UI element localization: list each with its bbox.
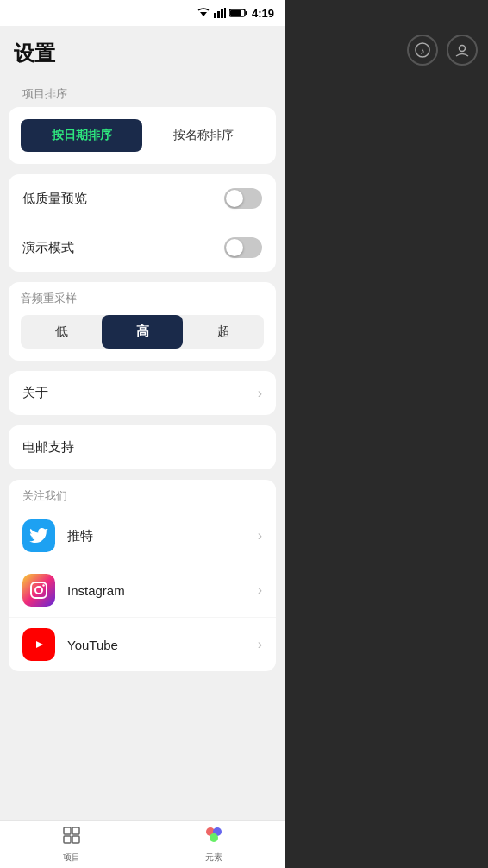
svg-point-19 — [210, 833, 218, 842]
page-title: 设置 — [14, 40, 271, 67]
svg-rect-7 — [230, 10, 241, 16]
wifi-icon — [197, 8, 210, 18]
page-title-bar: 设置 — [0, 26, 285, 78]
demo-mode-label: 演示模式 — [22, 240, 74, 256]
audio-btn-ultra[interactable]: 超 — [183, 315, 264, 349]
svg-rect-4 — [224, 8, 226, 18]
battery-icon — [229, 8, 248, 18]
svg-rect-13 — [64, 827, 71, 834]
right-top-icons: ♪ — [285, 26, 488, 74]
about-chevron-icon: › — [258, 386, 262, 401]
right-top-icon-2[interactable] — [447, 35, 478, 66]
low-quality-toggle[interactable] — [224, 188, 262, 209]
about-label: 关于 — [22, 385, 48, 401]
right-top-icon-1[interactable]: ♪ — [407, 35, 438, 66]
twitter-row[interactable]: 推特 › — [9, 509, 276, 563]
instagram-row[interactable]: Instagram › — [9, 563, 276, 618]
sort-by-date-button[interactable]: 按日期排序 — [21, 119, 142, 152]
about-row[interactable]: 关于 › — [9, 371, 276, 415]
email-label: 电邮支持 — [22, 439, 74, 456]
low-quality-label: 低质量预览 — [22, 191, 87, 207]
demo-mode-row: 演示模式 — [9, 223, 276, 272]
low-quality-row: 低质量预览 — [9, 174, 276, 223]
right-main-content — [285, 74, 488, 868]
audio-btn-high[interactable]: 高 — [102, 315, 183, 349]
bottom-nav: 项目 元素 — [0, 820, 285, 868]
signal-icon — [214, 8, 226, 18]
nav-label-projects: 项目 — [63, 852, 80, 864]
instagram-chevron-icon: › — [258, 582, 262, 598]
audio-card: 音频重采样 低 高 超 — [9, 282, 276, 361]
twitter-bird-icon — [29, 528, 48, 544]
sort-buttons-container: 按日期排序 按名称排序 — [9, 107, 276, 164]
svg-marker-0 — [200, 12, 207, 16]
sort-card: 按日期排序 按名称排序 — [9, 107, 276, 164]
settings-panel: 4:19 设置 项目排序 按日期排序 按名称排序 低质量预览 演示模式 音频重采… — [0, 0, 285, 868]
about-card: 关于 › — [9, 371, 276, 415]
status-icons: 4:19 — [197, 7, 274, 20]
audio-section-label: 音频重采样 — [21, 291, 264, 306]
svg-rect-1 — [214, 13, 216, 18]
elements-icon — [204, 826, 223, 845]
svg-point-22 — [460, 46, 466, 52]
email-card: 电邮支持 — [9, 425, 276, 469]
sort-section-label: 项目排序 — [9, 78, 276, 107]
nav-item-projects[interactable]: 项目 — [0, 821, 142, 868]
projects-nav-icon — [62, 826, 81, 849]
svg-rect-6 — [245, 11, 247, 15]
twitter-label: 推特 — [67, 528, 258, 544]
youtube-label: YouTube — [67, 638, 258, 652]
right-status-bar — [285, 0, 488, 26]
audio-buttons-container: 低 高 超 — [21, 315, 264, 349]
toggle-card: 低质量预览 演示模式 — [9, 174, 276, 272]
svg-rect-15 — [64, 836, 71, 843]
status-bar: 4:19 — [0, 0, 285, 26]
follow-section-label: 关注我们 — [9, 480, 276, 509]
youtube-icon — [22, 628, 55, 661]
notification-icon: ♪ — [415, 42, 430, 58]
email-row[interactable]: 电邮支持 — [9, 425, 276, 469]
instagram-camera-icon — [29, 581, 48, 600]
status-time: 4:19 — [252, 7, 274, 20]
instagram-icon — [22, 574, 55, 607]
profile-icon — [454, 42, 470, 58]
svg-rect-3 — [221, 9, 223, 18]
elements-nav-icon — [204, 826, 223, 849]
follow-card: 关注我们 推特 › Instagram › — [9, 480, 276, 671]
nav-item-elements[interactable]: 元素 — [142, 821, 285, 868]
svg-rect-14 — [72, 827, 79, 834]
audio-section: 音频重采样 低 高 超 — [9, 282, 276, 361]
instagram-label: Instagram — [67, 583, 258, 598]
svg-text:♪: ♪ — [420, 46, 425, 56]
svg-rect-16 — [72, 836, 79, 843]
nav-label-elements: 元素 — [205, 852, 222, 864]
projects-icon — [62, 826, 81, 845]
youtube-row[interactable]: YouTube › — [9, 618, 276, 671]
twitter-icon — [22, 519, 55, 552]
demo-mode-toggle[interactable] — [224, 237, 262, 258]
youtube-play-icon — [28, 637, 49, 652]
svg-point-9 — [35, 587, 42, 594]
svg-rect-2 — [217, 11, 220, 18]
sort-by-name-button[interactable]: 按名称排序 — [142, 119, 264, 152]
twitter-chevron-icon: › — [258, 528, 262, 544]
right-panel: ♪ — [285, 0, 488, 868]
svg-point-10 — [42, 584, 44, 586]
audio-btn-low[interactable]: 低 — [21, 315, 102, 349]
youtube-chevron-icon: › — [258, 637, 262, 652]
